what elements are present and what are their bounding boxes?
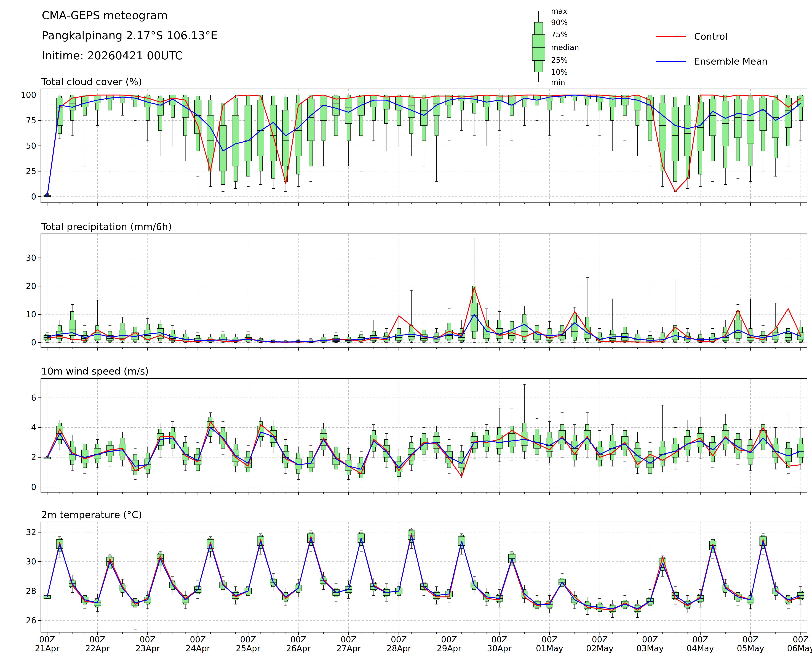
x-tick-day-label: 25Apr — [236, 644, 260, 653]
y-tick-label: 20 — [26, 281, 36, 291]
x-tick-hour-label: 00Z — [340, 635, 357, 644]
x-tick-hour-label: 00Z — [542, 635, 558, 644]
y-tick-label: 30 — [26, 253, 36, 263]
legend-control-label: Control — [694, 31, 728, 42]
x-tick-day-label: 01May — [536, 644, 563, 653]
panel-2-title: 10m wind speed (m/s) — [41, 365, 149, 377]
x-tick-day-label: 21Apr — [35, 644, 60, 653]
legend-label-max: max — [551, 7, 568, 15]
x-tick-hour-label: 00Z — [190, 635, 206, 644]
figure-title: CMA-GEPS meteogram — [42, 9, 168, 22]
x-tick-hour-label: 00Z — [240, 635, 256, 644]
x-tick-day-label: 28Apr — [387, 644, 411, 653]
x-tick-day-label: 30Apr — [487, 644, 511, 653]
station-subtitle: Pangkalpinang 2.17°S 106.13°E — [42, 29, 218, 42]
panel-0-title: Total cloud cover (%) — [41, 76, 142, 87]
x-tick-hour-label: 00Z — [39, 635, 55, 644]
panel-3-title: 2m temperature (°C) — [41, 509, 142, 520]
x-tick-day-label: 04May — [687, 644, 714, 653]
y-tick-label: 0 — [31, 338, 36, 347]
y-tick-label: 28 — [26, 586, 36, 596]
y-tick-label: 4 — [31, 423, 36, 432]
legend-label-75: 75% — [551, 30, 568, 39]
panel-1-title: Total precipitation (mm/6h) — [41, 221, 172, 232]
legend-ensemble-label: Ensemble Mean — [694, 56, 768, 67]
x-tick-day-label: 24Apr — [186, 644, 210, 653]
y-tick-label: 10 — [26, 310, 36, 319]
x-tick-day-label: 27Apr — [336, 644, 361, 653]
x-tick-day-label: 02May — [586, 644, 614, 653]
legend-label-min: min — [551, 78, 565, 87]
x-tick-day-label: 23Apr — [136, 644, 160, 653]
x-tick-hour-label: 00Z — [742, 635, 759, 644]
y-tick-label: 0 — [31, 192, 36, 202]
y-tick-label: 0 — [31, 482, 36, 492]
y-tick-label: 25 — [26, 167, 36, 176]
x-tick-hour-label: 00Z — [290, 635, 306, 644]
legend-label-median: median — [551, 43, 579, 52]
y-tick-label: 75 — [26, 116, 36, 125]
x-tick-hour-label: 00Z — [793, 635, 809, 644]
x-tick-day-label: 03May — [636, 644, 664, 653]
x-tick-day-label: 06May — [787, 644, 812, 653]
x-tick-hour-label: 00Z — [692, 635, 708, 644]
y-tick-label: 2 — [31, 453, 36, 462]
x-tick-hour-label: 00Z — [592, 635, 608, 644]
x-tick-day-label: 22Apr — [85, 644, 110, 653]
x-tick-day-label: 26Apr — [286, 644, 311, 653]
legend-label-25: 25% — [551, 56, 568, 64]
y-tick-label: 6 — [31, 393, 36, 402]
y-tick-label: 50 — [26, 141, 36, 151]
x-tick-hour-label: 00Z — [89, 635, 105, 644]
x-tick-hour-label: 00Z — [441, 635, 457, 644]
y-tick-label: 100 — [21, 90, 36, 100]
x-tick-day-label: 05May — [737, 644, 764, 653]
x-tick-day-label: 29Apr — [437, 644, 461, 653]
y-tick-label: 26 — [26, 616, 36, 625]
x-tick-hour-label: 00Z — [642, 635, 658, 644]
inittime-subtitle: Initime: 20260421 00UTC — [42, 49, 183, 62]
legend-label-90: 90% — [551, 18, 568, 27]
meteogram-figure: CMA-GEPS meteogram Pangkalpinang 2.17°S … — [0, 0, 812, 653]
y-tick-label: 32 — [26, 528, 36, 537]
legend-label-10: 10% — [551, 68, 568, 76]
x-tick-hour-label: 00Z — [391, 635, 407, 644]
x-tick-hour-label: 00Z — [140, 635, 156, 644]
x-tick-hour-label: 00Z — [491, 635, 507, 644]
y-tick-label: 30 — [26, 557, 36, 566]
